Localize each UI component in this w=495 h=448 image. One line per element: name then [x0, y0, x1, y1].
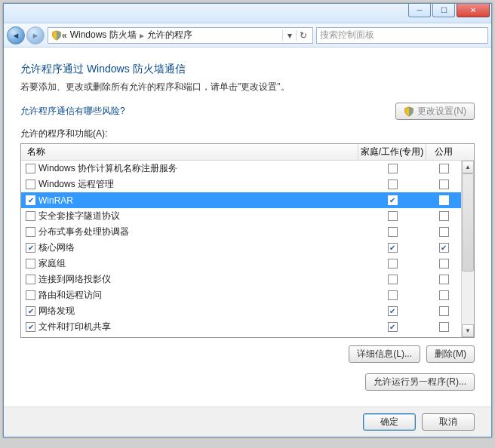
cell-home [358, 180, 426, 189]
remove-button[interactable]: 删除(M) [426, 345, 475, 363]
checkbox[interactable] [439, 290, 449, 300]
page-description: 若要添加、更改或删除所有允许的程序和端口，请单击"更改设置"。 [20, 81, 475, 94]
checkbox[interactable] [26, 290, 35, 300]
checkbox[interactable] [26, 227, 35, 237]
cell-public [426, 227, 461, 237]
checkbox[interactable]: ✔ [388, 243, 398, 253]
column-header-name[interactable]: 名称 [21, 144, 358, 160]
checkbox[interactable]: ✔ [26, 322, 35, 332]
checkbox[interactable] [388, 180, 398, 189]
search-placeholder: 搜索控制面板 [320, 29, 374, 41]
cancel-button[interactable]: 取消 [422, 413, 475, 431]
breadcrumb-item[interactable]: Windows 防火墙 [70, 29, 137, 41]
cell-public: ✔ [426, 243, 461, 253]
cell-public [426, 290, 461, 300]
checkbox[interactable] [26, 275, 35, 284]
cell-public [426, 322, 461, 332]
table-row[interactable]: 分布式事务处理协调器 [21, 224, 474, 240]
checkbox[interactable] [439, 195, 449, 205]
checkbox[interactable] [388, 164, 398, 173]
checkbox[interactable]: ✔ [26, 195, 35, 205]
cell-public [426, 259, 461, 268]
details-button[interactable]: 详细信息(L)... [349, 345, 420, 363]
checkbox[interactable] [439, 322, 449, 332]
arrow-right-icon: ► [32, 31, 40, 40]
close-button[interactable]: ✕ [457, 4, 490, 17]
table-row[interactable]: ✔文件和打印机共享✔ [21, 319, 474, 335]
list-body: Windows 协作计算机名称注册服务Windows 远程管理✔WinRAR✔安… [21, 161, 474, 337]
control-panel-window: ─ ☐ ✕ ◄ ► « Windows 防火墙 ▸ 允许的程序 ▾ ↻ [3, 3, 492, 437]
checkbox[interactable] [26, 180, 35, 189]
row-label: 分布式事务处理协调器 [38, 226, 129, 238]
table-row[interactable]: 路由和远程访问 [21, 287, 474, 303]
checkbox[interactable] [26, 164, 35, 173]
cell-name: Windows 协作计算机名称注册服务 [21, 162, 358, 175]
table-row[interactable]: ✔WinRAR✔ [21, 192, 474, 208]
change-settings-label: 更改设置(N) [417, 105, 466, 118]
checkbox[interactable] [388, 227, 398, 237]
cell-name: Windows 远程管理 [21, 178, 358, 191]
risk-link[interactable]: 允许程序通信有哪些风险? [20, 105, 125, 118]
checkbox[interactable] [439, 164, 449, 173]
cell-home: ✔ [358, 243, 426, 253]
cell-public [426, 164, 461, 173]
checkbox[interactable] [439, 211, 449, 221]
checkbox[interactable] [26, 211, 35, 221]
checkbox[interactable]: ✔ [26, 306, 35, 316]
cell-public [426, 211, 461, 221]
allow-another-button[interactable]: 允许运行另一程序(R)... [365, 373, 475, 391]
cell-name: 家庭组 [21, 257, 358, 270]
ok-button[interactable]: 确定 [363, 413, 416, 431]
nav-buttons: ◄ ► [7, 26, 45, 44]
refresh-icon[interactable]: ↻ [296, 30, 309, 41]
checkbox[interactable] [439, 306, 449, 316]
checkbox[interactable]: ✔ [439, 243, 449, 253]
table-row[interactable]: 家庭组 [21, 256, 474, 272]
row-label: Windows 远程管理 [38, 178, 114, 191]
checkbox[interactable]: ✔ [388, 195, 398, 205]
scrollbar[interactable]: ▲ ▼ [461, 161, 474, 337]
checkbox[interactable]: ✔ [388, 306, 398, 316]
allow-another-row: 允许运行另一程序(R)... [20, 373, 475, 391]
back-button[interactable]: ◄ [7, 26, 25, 44]
firewall-icon [51, 30, 62, 41]
checkbox[interactable] [388, 290, 398, 300]
checkbox[interactable] [388, 259, 398, 268]
column-header-public[interactable]: 公用 [426, 144, 461, 160]
checkbox[interactable]: ✔ [26, 243, 35, 253]
checkbox[interactable] [439, 259, 449, 268]
checkbox[interactable] [388, 275, 398, 284]
maximize-button[interactable]: ☐ [432, 4, 455, 17]
table-row[interactable]: ✔网络发现✔ [21, 303, 474, 319]
address-dropdown-icon[interactable]: ▾ [282, 30, 296, 41]
table-row[interactable]: 安全套接字隧道协议 [21, 208, 474, 224]
table-row[interactable]: Windows 协作计算机名称注册服务 [21, 161, 474, 176]
content-area: 允许程序通过 Windows 防火墙通信 若要添加、更改或删除所有允许的程序和端… [4, 48, 491, 437]
search-input[interactable]: 搜索控制面板 [316, 27, 488, 44]
shield-icon [404, 106, 414, 117]
row-label: 核心网络 [38, 241, 75, 254]
row-label: Windows 协作计算机名称注册服务 [38, 162, 177, 175]
scroll-down-button[interactable]: ▼ [462, 324, 474, 337]
scroll-up-button[interactable]: ▲ [462, 161, 474, 173]
breadcrumb-separator-icon: ▸ [140, 30, 144, 41]
address-bar[interactable]: « Windows 防火墙 ▸ 允许的程序 ▾ ↻ [48, 27, 313, 44]
checkbox[interactable]: ✔ [388, 322, 398, 332]
table-row[interactable]: Windows 远程管理 [21, 176, 474, 192]
table-row[interactable]: ✔核心网络✔✔ [21, 240, 474, 256]
titlebar: ─ ☐ ✕ [4, 4, 491, 23]
checkbox[interactable] [439, 180, 449, 189]
minimize-button[interactable]: ─ [408, 4, 431, 17]
change-settings-button[interactable]: 更改设置(N) [395, 103, 475, 120]
checkbox[interactable] [26, 259, 35, 268]
column-header-home[interactable]: 家庭/工作(专用) [358, 144, 426, 160]
cell-name: ✔WinRAR [21, 195, 358, 206]
window-controls: ─ ☐ ✕ [407, 4, 490, 17]
forward-button[interactable]: ► [26, 26, 45, 44]
checkbox[interactable] [388, 211, 398, 221]
breadcrumb-item[interactable]: 允许的程序 [147, 29, 192, 41]
scroll-thumb[interactable] [462, 173, 474, 272]
checkbox[interactable] [439, 275, 449, 284]
checkbox[interactable] [439, 227, 449, 237]
table-row[interactable]: 连接到网络投影仪 [21, 272, 474, 287]
